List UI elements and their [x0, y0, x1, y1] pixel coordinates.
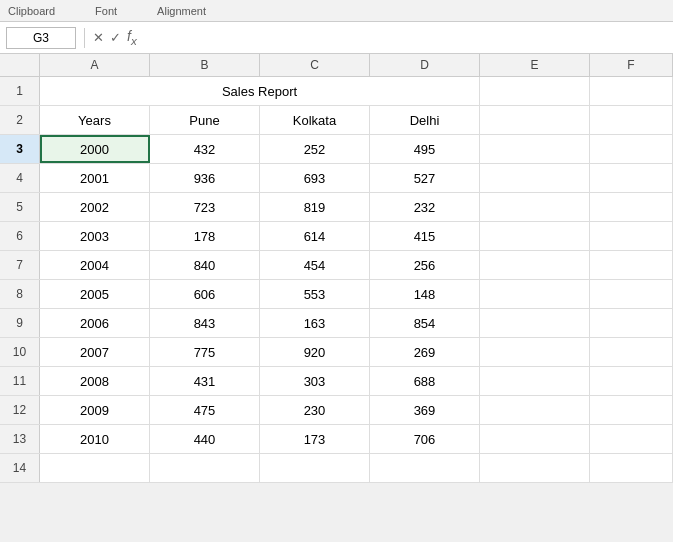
cell-e14[interactable] [480, 454, 590, 482]
cell-b13[interactable]: 440 [150, 425, 260, 453]
cell-f14[interactable] [590, 454, 673, 482]
cell-d8[interactable]: 148 [370, 280, 480, 308]
row-num-13[interactable]: 13 [0, 425, 40, 453]
cell-a4[interactable]: 2001 [40, 164, 150, 192]
cell-e13[interactable] [480, 425, 590, 453]
cell-d2[interactable]: Delhi [370, 106, 480, 134]
cell-c8[interactable]: 553 [260, 280, 370, 308]
cell-b2[interactable]: Pune [150, 106, 260, 134]
cell-f6[interactable] [590, 222, 673, 250]
cell-b3[interactable]: 432 [150, 135, 260, 163]
cell-b8[interactable]: 606 [150, 280, 260, 308]
cell-d5[interactable]: 232 [370, 193, 480, 221]
cell-f4[interactable] [590, 164, 673, 192]
cell-c12[interactable]: 230 [260, 396, 370, 424]
row-num-3[interactable]: 3 [0, 135, 40, 163]
cell-e2[interactable] [480, 106, 590, 134]
cell-d9[interactable]: 854 [370, 309, 480, 337]
cell-a12[interactable]: 2009 [40, 396, 150, 424]
cell-f8[interactable] [590, 280, 673, 308]
cell-d12[interactable]: 369 [370, 396, 480, 424]
row-num-9[interactable]: 9 [0, 309, 40, 337]
cell-c2[interactable]: Kolkata [260, 106, 370, 134]
row-num-12[interactable]: 12 [0, 396, 40, 424]
cell-e10[interactable] [480, 338, 590, 366]
cell-e5[interactable] [480, 193, 590, 221]
cell-e6[interactable] [480, 222, 590, 250]
cell-e4[interactable] [480, 164, 590, 192]
row-num-2[interactable]: 2 [0, 106, 40, 134]
cell-c5[interactable]: 819 [260, 193, 370, 221]
cell-b12[interactable]: 475 [150, 396, 260, 424]
cell-e1[interactable] [480, 77, 590, 105]
title-cell[interactable]: Sales Report [40, 77, 480, 105]
cell-d6[interactable]: 415 [370, 222, 480, 250]
cell-b5[interactable]: 723 [150, 193, 260, 221]
row-num-11[interactable]: 11 [0, 367, 40, 395]
cell-f2[interactable] [590, 106, 673, 134]
cell-d14[interactable] [370, 454, 480, 482]
cell-b7[interactable]: 840 [150, 251, 260, 279]
cell-a11[interactable]: 2008 [40, 367, 150, 395]
cell-c3[interactable]: 252 [260, 135, 370, 163]
col-header-a[interactable]: A [40, 54, 150, 76]
cell-a9[interactable]: 2006 [40, 309, 150, 337]
cell-e7[interactable] [480, 251, 590, 279]
cell-e9[interactable] [480, 309, 590, 337]
cell-d7[interactable]: 256 [370, 251, 480, 279]
cell-c6[interactable]: 614 [260, 222, 370, 250]
col-header-e[interactable]: E [480, 54, 590, 76]
cell-d3[interactable]: 495 [370, 135, 480, 163]
formula-input[interactable] [141, 27, 667, 49]
cell-a6[interactable]: 2003 [40, 222, 150, 250]
cell-d4[interactable]: 527 [370, 164, 480, 192]
row-num-14[interactable]: 14 [0, 454, 40, 482]
fx-icon[interactable]: fx [127, 28, 137, 47]
cell-d13[interactable]: 706 [370, 425, 480, 453]
cell-c9[interactable]: 163 [260, 309, 370, 337]
cell-c10[interactable]: 920 [260, 338, 370, 366]
cell-a13[interactable]: 2010 [40, 425, 150, 453]
cell-b9[interactable]: 843 [150, 309, 260, 337]
row-num-1[interactable]: 1 [0, 77, 40, 105]
col-header-f[interactable]: F [590, 54, 673, 76]
cell-f5[interactable] [590, 193, 673, 221]
cell-d10[interactable]: 269 [370, 338, 480, 366]
confirm-icon[interactable]: ✓ [110, 30, 121, 45]
cell-f9[interactable] [590, 309, 673, 337]
cell-b11[interactable]: 431 [150, 367, 260, 395]
cell-d11[interactable]: 688 [370, 367, 480, 395]
cell-f10[interactable] [590, 338, 673, 366]
cell-a3[interactable]: 2000 [40, 135, 150, 163]
cell-b6[interactable]: 178 [150, 222, 260, 250]
row-num-8[interactable]: 8 [0, 280, 40, 308]
col-header-d[interactable]: D [370, 54, 480, 76]
row-num-6[interactable]: 6 [0, 222, 40, 250]
cell-f7[interactable] [590, 251, 673, 279]
row-num-4[interactable]: 4 [0, 164, 40, 192]
cell-a2[interactable]: Years [40, 106, 150, 134]
row-num-7[interactable]: 7 [0, 251, 40, 279]
cell-a5[interactable]: 2002 [40, 193, 150, 221]
cell-c4[interactable]: 693 [260, 164, 370, 192]
row-num-5[interactable]: 5 [0, 193, 40, 221]
cell-a8[interactable]: 2005 [40, 280, 150, 308]
cell-f12[interactable] [590, 396, 673, 424]
cell-f1[interactable] [590, 77, 673, 105]
cell-b14[interactable] [150, 454, 260, 482]
cell-f11[interactable] [590, 367, 673, 395]
cell-c13[interactable]: 173 [260, 425, 370, 453]
cell-f3[interactable] [590, 135, 673, 163]
cell-c11[interactable]: 303 [260, 367, 370, 395]
row-num-10[interactable]: 10 [0, 338, 40, 366]
cell-a7[interactable]: 2004 [40, 251, 150, 279]
cell-b10[interactable]: 775 [150, 338, 260, 366]
cell-e8[interactable] [480, 280, 590, 308]
cancel-icon[interactable]: ✕ [93, 30, 104, 45]
cell-c7[interactable]: 454 [260, 251, 370, 279]
cell-f13[interactable] [590, 425, 673, 453]
cell-name-box[interactable]: G3 [6, 27, 76, 49]
col-header-b[interactable]: B [150, 54, 260, 76]
col-header-c[interactable]: C [260, 54, 370, 76]
cell-c14[interactable] [260, 454, 370, 482]
